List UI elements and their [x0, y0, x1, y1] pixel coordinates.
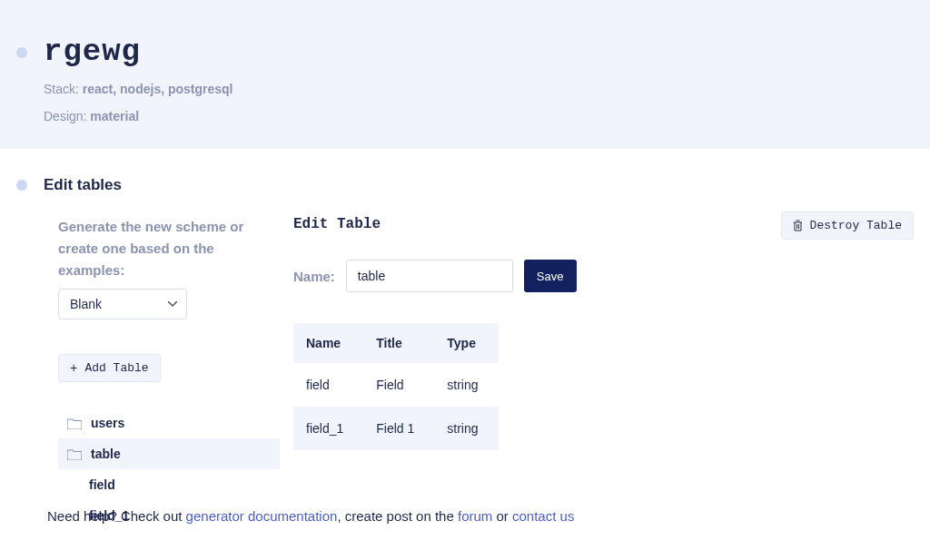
- tree-item-label: table: [91, 447, 121, 461]
- right-column: Edit Table Destroy Table Name: Save: [293, 216, 914, 531]
- add-table-label: Add Table: [84, 361, 148, 375]
- trash-icon: [793, 220, 803, 231]
- cell-title: Field 1: [363, 407, 434, 450]
- cell-type: string: [434, 363, 498, 407]
- tree-item-label: users: [91, 416, 124, 430]
- page-title: rgewg: [44, 34, 233, 69]
- plus-icon: +: [70, 362, 77, 375]
- folder-icon: [67, 418, 82, 429]
- forum-link[interactable]: forum: [458, 508, 492, 524]
- stack-line: Stack: react, nodejs, postgresql: [44, 82, 233, 96]
- tree-item-table[interactable]: table: [58, 438, 280, 469]
- contact-link[interactable]: contact us: [512, 508, 574, 524]
- cell-title: Field: [363, 363, 434, 407]
- table-row[interactable]: field Field string: [293, 363, 499, 407]
- destroy-label: Destroy Table: [810, 219, 902, 232]
- table-row[interactable]: field_1 Field 1 string: [293, 407, 499, 450]
- fields-table: Name Title Type field Field string: [293, 323, 499, 450]
- col-title: Title: [363, 323, 434, 363]
- help-line: Need help? Check out generator documenta…: [47, 508, 574, 524]
- name-label: Name:: [293, 269, 335, 284]
- generate-text: Generate the new scheme or create one ba…: [58, 216, 280, 281]
- destroy-table-button[interactable]: Destroy Table: [781, 211, 914, 240]
- help-middle: , create post on the: [337, 508, 458, 524]
- design-line: Design: material: [44, 109, 233, 123]
- design-value: material: [90, 109, 139, 123]
- left-column: Generate the new scheme or create one ba…: [58, 216, 280, 531]
- design-label: Design:: [44, 109, 86, 123]
- help-or: or: [492, 508, 512, 524]
- tree-sub-item-label: field: [89, 477, 115, 492]
- tree-sub-item-field[interactable]: field: [58, 469, 280, 500]
- cell-name: field_1: [293, 407, 363, 450]
- tree-item-users[interactable]: users: [58, 408, 280, 438]
- stack-value: react, nodejs, postgresql: [83, 82, 233, 96]
- section-title: Edit tables: [44, 176, 914, 194]
- help-prefix: Need help? Check out: [47, 508, 186, 524]
- scheme-select[interactable]: Blank: [58, 289, 187, 319]
- body-section: Edit tables Generate the new scheme or c…: [0, 149, 930, 531]
- name-input[interactable]: [346, 260, 513, 292]
- cell-type: string: [434, 407, 498, 450]
- bullet-icon: [16, 47, 27, 58]
- add-table-button[interactable]: + Add Table: [58, 354, 161, 382]
- col-name: Name: [293, 323, 363, 363]
- cell-name: field: [293, 363, 363, 407]
- save-button[interactable]: Save: [524, 260, 577, 292]
- header-section: rgewg Stack: react, nodejs, postgresql D…: [0, 0, 930, 149]
- stack-label: Stack:: [44, 82, 79, 96]
- doc-link[interactable]: generator documentation: [186, 508, 338, 524]
- bullet-icon: [16, 180, 27, 191]
- table-header-row: Name Title Type: [293, 323, 499, 363]
- col-type: Type: [434, 323, 498, 363]
- folder-icon: [67, 448, 82, 460]
